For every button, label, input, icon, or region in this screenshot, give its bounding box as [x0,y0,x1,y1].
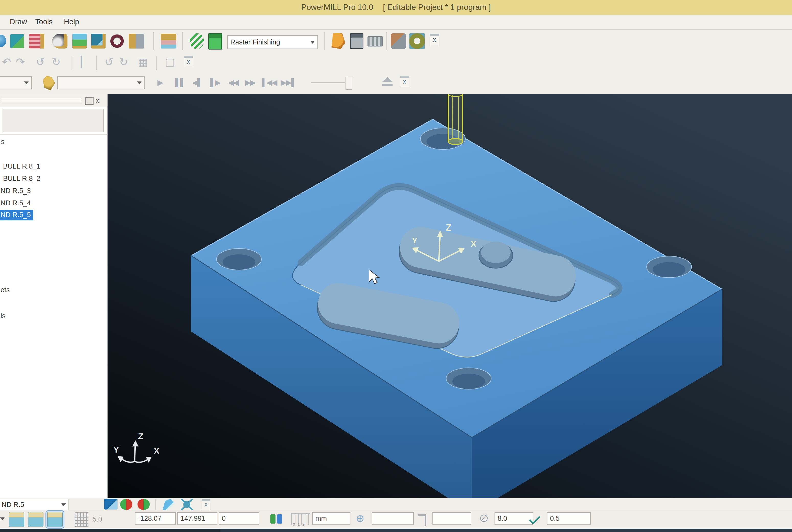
sim-toolpath-combo[interactable] [57,76,145,89]
world-z-label: Z [138,431,143,441]
tool-plunge-icon[interactable] [161,34,176,49]
world-y-label: Y [113,445,119,454]
block-icon[interactable] [0,35,6,47]
eject-icon[interactable] [382,77,392,82]
workplane-icon[interactable] [29,34,44,49]
chevron-down-icon[interactable] [0,517,5,520]
tool-database-icon[interactable] [391,33,406,49]
pin-icon[interactable] [85,97,94,105]
drag-gripper[interactable] [2,98,81,103]
tree-item-fragment[interactable]: ls [1,312,6,320]
window-icon[interactable]: ▢ [165,57,175,68]
crosshair-icon[interactable]: ⊕ [356,512,365,524]
tree-item-tool[interactable]: BULL R.8_1 [3,163,40,170]
save-icon[interactable]: ▦ [138,57,148,68]
grid-icon[interactable] [75,512,88,527]
tree-item-tool[interactable]: ND R.5_3 [1,187,31,195]
nc-program-item-icon[interactable] [208,33,222,50]
toolpath-draw-icon[interactable] [104,499,117,510]
operator-alert-icon[interactable] [330,33,345,49]
coord-x-field[interactable]: -128.07 [135,512,176,525]
powermill-window: PowerMILL Pro 10.0 [ Editable Project * … [0,0,792,532]
go-to-start-icon[interactable]: ▌◀◀ [262,78,277,87]
pencil-icon[interactable] [163,499,175,510]
view-cube-iso1-icon[interactable] [9,512,24,527]
coord-z-field[interactable]: 0 [219,512,259,525]
probe-icon[interactable] [418,514,426,526]
view-cube-iso3-icon[interactable] [47,512,62,527]
keyboard-icon[interactable] [368,36,383,46]
workplane-y-label: Y [412,236,417,245]
toolpath-toolbar: ND R.5 x [0,498,792,511]
rotate-right-icon[interactable]: ↻ [52,57,60,68]
menubar: Draw Tools Help [0,15,792,30]
pattern-icon[interactable] [10,34,24,48]
tree-item-tool[interactable]: BULL R.8_2 [3,175,40,183]
diameter-field[interactable]: 8.0 [495,512,533,525]
tree-item-fragment[interactable]: s [1,138,5,146]
regenerate-icon[interactable]: ↻ [119,57,128,68]
speed-slider-track[interactable] [311,82,345,83]
copy-coords-icon[interactable] [270,514,282,524]
normal-field[interactable] [432,512,471,525]
sim-tool-combo[interactable] [0,76,32,89]
boundary-icon[interactable] [52,34,68,49]
tree-item-tool[interactable]: ND R.5_4 [1,199,31,207]
toolpath-edit-icon[interactable] [91,34,106,49]
transform-icon[interactable] [110,34,124,49]
calculator-icon[interactable] [350,33,364,49]
position-field[interactable] [372,512,414,525]
thickness-field[interactable]: 0.5 [547,512,591,525]
simulation-toolbar: ▶ ▌▌ ◀▌ ▌▶ ◀◀ ▶▶ ▌◀◀ ▶▶▌ x [0,73,792,95]
feature-set-icon[interactable] [72,34,87,49]
titlebar[interactable]: PowerMILL Pro 10.0 [ Editable Project * … [0,0,792,15]
menu-draw[interactable]: Draw [10,18,27,26]
explorer-close-icon[interactable]: x [96,97,99,105]
chevron-down-icon[interactable] [61,504,66,506]
coord-y-field[interactable]: 147.991 [177,512,217,525]
cursor-mode-icon[interactable]: ▏ [81,57,89,68]
explorer-header[interactable]: x [0,94,107,107]
play-icon[interactable]: ▶ [158,78,163,87]
speed-slider-thumb[interactable] [346,77,352,90]
chevron-down-icon[interactable] [24,81,29,84]
rotate-left-icon[interactable]: ↺ [36,57,45,68]
workplane-x-label: X [471,239,476,248]
menu-tools[interactable]: Tools [35,18,53,26]
taskbar-sliver [0,529,792,532]
undo-icon[interactable]: ↶ [2,57,11,68]
step-back-icon[interactable]: ◀▌ [192,78,202,87]
hole-bottom [446,368,491,389]
redo-icon[interactable]: ↷ [16,57,25,68]
exchange-icon[interactable] [409,33,425,49]
step-forward-icon[interactable]: ▌▶ [210,78,220,87]
shade-compare-icon[interactable] [137,499,150,510]
edit-toolbar-close-button[interactable]: x [184,56,193,67]
3d-viewport[interactable]: Z Y X Z Y X [108,94,792,498]
status-bar: 5.0 -128.07 147.991 0 0 1 2 mm ⊕ ∅ 8.0 0… [0,510,792,529]
scissors-icon[interactable] [180,499,193,510]
shade-toggle-icon[interactable] [120,499,132,510]
units-field[interactable]: mm [312,512,350,525]
strategy-combo[interactable]: Raster Finishing [227,35,318,49]
simulate-tool-icon[interactable] [43,76,55,90]
rewind-icon[interactable]: ◀◀ [228,78,238,87]
chevron-down-icon[interactable] [137,81,142,84]
go-to-end-icon[interactable]: ▶▶▌ [281,78,295,87]
toolpath-toolbar-close-button[interactable]: x [202,499,210,509]
tree-item-fragment[interactable]: ets [1,286,10,294]
pause-icon[interactable]: ▌▌ [175,78,185,87]
nc-program-icon[interactable] [190,33,204,49]
sim-toolbar-close-button[interactable]: x [400,76,409,87]
strategy-combo-value: Raster Finishing [228,38,310,46]
active-tool-combo-value: ND R.5 [0,501,61,509]
active-tool-combo[interactable]: ND R.5 [0,499,69,511]
tree-item-tool-selected[interactable]: ND R.5_5 [0,210,33,221]
tool-icon[interactable] [129,34,144,49]
menu-help[interactable]: Help [64,18,79,26]
refresh-icon[interactable]: ↺ [105,57,113,68]
toolbar-close-button[interactable]: x [430,34,439,45]
view-cube-iso2-icon[interactable] [28,512,43,527]
chevron-down-icon[interactable] [310,41,315,44]
fast-forward-icon[interactable]: ▶▶ [245,78,255,87]
